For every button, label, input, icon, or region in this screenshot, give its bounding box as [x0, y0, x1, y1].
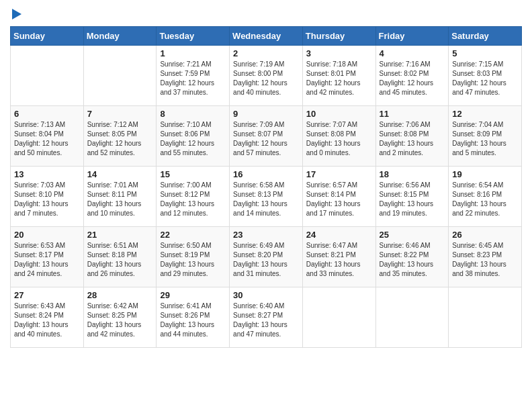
day-info: Sunrise: 7:06 AM Sunset: 8:08 PM Dayligh… [380, 120, 445, 158]
day-info: Sunrise: 7:21 AM Sunset: 7:59 PM Dayligh… [160, 60, 226, 97]
day-number: 15 [160, 169, 226, 179]
day-number: 26 [452, 230, 518, 240]
page-header [10, 10, 522, 19]
day-info: Sunrise: 6:50 AM Sunset: 8:19 PM Dayligh… [160, 241, 226, 279]
day-number: 2 [233, 48, 299, 58]
day-number: 6 [14, 109, 80, 119]
calendar-cell: 1Sunrise: 7:21 AM Sunset: 7:59 PM Daylig… [157, 46, 230, 106]
weekday-header-wednesday: Wednesday [230, 27, 303, 46]
calendar-cell: 22Sunrise: 6:50 AM Sunset: 8:19 PM Dayli… [157, 227, 230, 287]
week-row-4: 20Sunrise: 6:53 AM Sunset: 8:17 PM Dayli… [11, 227, 522, 287]
day-info: Sunrise: 7:07 AM Sunset: 8:08 PM Dayligh… [306, 120, 372, 158]
weekday-header-tuesday: Tuesday [157, 27, 230, 46]
day-info: Sunrise: 7:15 AM Sunset: 8:03 PM Dayligh… [452, 60, 518, 97]
logo-arrow-icon [12, 9, 21, 19]
day-number: 1 [160, 48, 226, 58]
weekday-header-sunday: Sunday [11, 27, 84, 46]
calendar-cell: 6Sunrise: 7:13 AM Sunset: 8:04 PM Daylig… [11, 106, 84, 167]
day-number: 23 [233, 230, 299, 240]
calendar-cell: 24Sunrise: 6:47 AM Sunset: 8:21 PM Dayli… [302, 227, 375, 287]
day-info: Sunrise: 7:04 AM Sunset: 8:09 PM Dayligh… [452, 120, 518, 158]
day-number: 10 [306, 109, 372, 119]
day-info: Sunrise: 7:16 AM Sunset: 8:02 PM Dayligh… [380, 60, 445, 97]
week-row-1: 1Sunrise: 7:21 AM Sunset: 7:59 PM Daylig… [11, 46, 522, 106]
day-info: Sunrise: 6:41 AM Sunset: 8:26 PM Dayligh… [160, 302, 226, 339]
calendar-cell [11, 46, 84, 106]
calendar-cell: 23Sunrise: 6:49 AM Sunset: 8:20 PM Dayli… [230, 227, 303, 287]
logo [10, 10, 21, 19]
day-info: Sunrise: 6:46 AM Sunset: 8:22 PM Dayligh… [380, 241, 445, 279]
day-number: 8 [160, 109, 226, 119]
calendar-cell: 19Sunrise: 6:54 AM Sunset: 8:16 PM Dayli… [449, 167, 522, 227]
calendar-cell: 18Sunrise: 6:56 AM Sunset: 8:15 PM Dayli… [375, 167, 449, 227]
weekday-header-saturday: Saturday [449, 27, 522, 46]
calendar-cell: 10Sunrise: 7:07 AM Sunset: 8:08 PM Dayli… [302, 106, 375, 167]
day-number: 11 [380, 109, 445, 119]
day-info: Sunrise: 7:13 AM Sunset: 8:04 PM Dayligh… [14, 120, 80, 158]
week-row-2: 6Sunrise: 7:13 AM Sunset: 8:04 PM Daylig… [11, 106, 522, 167]
day-number: 29 [160, 290, 226, 300]
day-info: Sunrise: 6:42 AM Sunset: 8:25 PM Dayligh… [87, 302, 153, 339]
calendar-cell: 14Sunrise: 7:01 AM Sunset: 8:11 PM Dayli… [83, 167, 157, 227]
day-number: 3 [306, 48, 372, 58]
day-number: 16 [233, 169, 299, 179]
day-info: Sunrise: 6:58 AM Sunset: 8:13 PM Dayligh… [233, 181, 299, 218]
day-info: Sunrise: 6:54 AM Sunset: 8:16 PM Dayligh… [452, 181, 518, 218]
day-number: 27 [14, 290, 80, 300]
day-info: Sunrise: 6:57 AM Sunset: 8:14 PM Dayligh… [306, 181, 372, 218]
calendar-cell: 4Sunrise: 7:16 AM Sunset: 8:02 PM Daylig… [375, 46, 449, 106]
day-info: Sunrise: 6:56 AM Sunset: 8:15 PM Dayligh… [380, 181, 445, 218]
day-info: Sunrise: 6:53 AM Sunset: 8:17 PM Dayligh… [14, 241, 80, 279]
day-info: Sunrise: 7:01 AM Sunset: 8:11 PM Dayligh… [87, 181, 153, 218]
calendar-table: SundayMondayTuesdayWednesdayThursdayFrid… [10, 26, 522, 348]
calendar-cell: 13Sunrise: 7:03 AM Sunset: 8:10 PM Dayli… [11, 167, 84, 227]
calendar-cell [375, 287, 449, 348]
calendar-cell: 3Sunrise: 7:18 AM Sunset: 8:01 PM Daylig… [302, 46, 375, 106]
day-number: 24 [306, 230, 372, 240]
day-info: Sunrise: 7:00 AM Sunset: 8:12 PM Dayligh… [160, 181, 226, 218]
calendar-cell: 7Sunrise: 7:12 AM Sunset: 8:05 PM Daylig… [83, 106, 157, 167]
calendar-cell: 17Sunrise: 6:57 AM Sunset: 8:14 PM Dayli… [302, 167, 375, 227]
calendar-cell: 20Sunrise: 6:53 AM Sunset: 8:17 PM Dayli… [11, 227, 84, 287]
day-info: Sunrise: 7:12 AM Sunset: 8:05 PM Dayligh… [87, 120, 153, 158]
calendar-cell: 2Sunrise: 7:19 AM Sunset: 8:00 PM Daylig… [230, 46, 303, 106]
day-info: Sunrise: 6:40 AM Sunset: 8:27 PM Dayligh… [233, 302, 299, 339]
calendar-cell: 11Sunrise: 7:06 AM Sunset: 8:08 PM Dayli… [375, 106, 449, 167]
day-number: 30 [233, 290, 299, 300]
calendar-cell: 25Sunrise: 6:46 AM Sunset: 8:22 PM Dayli… [375, 227, 449, 287]
day-info: Sunrise: 7:03 AM Sunset: 8:10 PM Dayligh… [14, 181, 80, 218]
calendar-cell: 8Sunrise: 7:10 AM Sunset: 8:06 PM Daylig… [157, 106, 230, 167]
day-info: Sunrise: 7:18 AM Sunset: 8:01 PM Dayligh… [306, 60, 372, 97]
calendar-cell: 29Sunrise: 6:41 AM Sunset: 8:26 PM Dayli… [157, 287, 230, 348]
calendar-cell: 15Sunrise: 7:00 AM Sunset: 8:12 PM Dayli… [157, 167, 230, 227]
day-number: 25 [380, 230, 445, 240]
weekday-header-friday: Friday [375, 27, 449, 46]
day-info: Sunrise: 7:10 AM Sunset: 8:06 PM Dayligh… [160, 120, 226, 158]
day-number: 21 [87, 230, 153, 240]
day-number: 9 [233, 109, 299, 119]
calendar-cell [449, 287, 522, 348]
day-number: 5 [452, 48, 518, 58]
weekday-header-monday: Monday [83, 27, 157, 46]
day-info: Sunrise: 6:49 AM Sunset: 8:20 PM Dayligh… [233, 241, 299, 279]
day-number: 20 [14, 230, 80, 240]
day-number: 17 [306, 169, 372, 179]
calendar-cell: 28Sunrise: 6:42 AM Sunset: 8:25 PM Dayli… [83, 287, 157, 348]
week-row-5: 27Sunrise: 6:43 AM Sunset: 8:24 PM Dayli… [11, 287, 522, 348]
weekday-header-row: SundayMondayTuesdayWednesdayThursdayFrid… [11, 27, 522, 46]
day-info: Sunrise: 6:51 AM Sunset: 8:18 PM Dayligh… [87, 241, 153, 279]
day-number: 13 [14, 169, 80, 179]
day-info: Sunrise: 6:43 AM Sunset: 8:24 PM Dayligh… [14, 302, 80, 339]
calendar-cell: 27Sunrise: 6:43 AM Sunset: 8:24 PM Dayli… [11, 287, 84, 348]
day-number: 19 [452, 169, 518, 179]
day-info: Sunrise: 6:45 AM Sunset: 8:23 PM Dayligh… [452, 241, 518, 279]
day-info: Sunrise: 7:09 AM Sunset: 8:07 PM Dayligh… [233, 120, 299, 158]
calendar-cell [83, 46, 157, 106]
day-info: Sunrise: 7:19 AM Sunset: 8:00 PM Dayligh… [233, 60, 299, 97]
day-number: 14 [87, 169, 153, 179]
weekday-header-thursday: Thursday [302, 27, 375, 46]
calendar-cell: 16Sunrise: 6:58 AM Sunset: 8:13 PM Dayli… [230, 167, 303, 227]
calendar-cell [302, 287, 375, 348]
day-info: Sunrise: 6:47 AM Sunset: 8:21 PM Dayligh… [306, 241, 372, 279]
calendar-cell: 12Sunrise: 7:04 AM Sunset: 8:09 PM Dayli… [449, 106, 522, 167]
